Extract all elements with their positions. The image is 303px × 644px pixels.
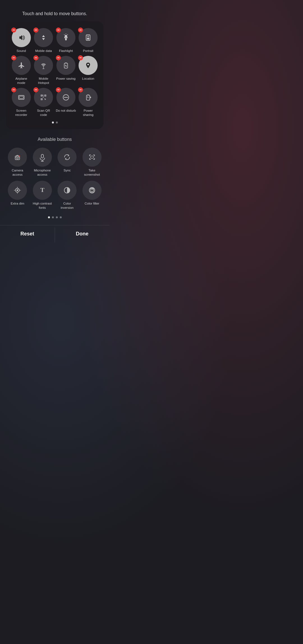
btn-portrait[interactable]: Portrait xyxy=(78,28,99,53)
svg-point-2 xyxy=(65,37,66,38)
svg-rect-18 xyxy=(42,99,42,99)
scanqr-icon xyxy=(39,93,48,102)
avail-camera-label: Camera access xyxy=(7,168,27,177)
avail-colorfilter[interactable]: Color filter xyxy=(81,181,104,210)
mobiledata-icon xyxy=(39,33,48,42)
svg-rect-16 xyxy=(42,95,42,96)
remove-badge-portrait[interactable] xyxy=(78,27,83,33)
btn-airplane[interactable]: Airplane mode xyxy=(11,56,32,85)
avail-dot-3 xyxy=(56,216,58,218)
btn-airplane-label: Airplane mode xyxy=(11,77,31,85)
svg-point-28 xyxy=(17,157,18,158)
remove-badge-scanqr[interactable] xyxy=(33,87,38,92)
svg-line-4 xyxy=(67,35,68,35)
available-section-title: Available buttons xyxy=(38,137,72,142)
avail-highcontrast[interactable]: T High contrast fonts xyxy=(31,181,54,210)
svg-text:T: T xyxy=(40,186,44,193)
remove-badge-sound[interactable] xyxy=(11,27,16,33)
btn-screenrecorder-label: Screen recorder xyxy=(11,109,31,117)
btn-donotdisturb[interactable]: Do not disturb xyxy=(56,88,76,117)
btn-screenrecorder[interactable]: Screen recorder xyxy=(11,88,32,117)
avail-screenshot-label: Take screenshot xyxy=(82,168,102,177)
svg-point-9 xyxy=(43,66,44,67)
btn-location-label: Location xyxy=(82,77,94,81)
btn-powersharing[interactable]: Power sharing xyxy=(78,88,99,117)
colorinversion-icon xyxy=(62,185,72,195)
screenshot-icon xyxy=(87,152,97,162)
avail-camera-access[interactable]: Camera access xyxy=(6,148,29,177)
avail-sync[interactable]: Sync xyxy=(56,148,79,177)
remove-badge-flashlight[interactable] xyxy=(56,27,61,33)
avail-colorinversion-label: Color inversion xyxy=(57,201,77,210)
mic-access-icon xyxy=(38,152,47,162)
extradim-icon xyxy=(13,185,22,195)
sound-icon xyxy=(17,33,26,42)
btn-portrait-label: Portrait xyxy=(83,49,93,53)
btn-powersaving[interactable]: Power saving xyxy=(56,56,76,85)
done-button[interactable]: Done xyxy=(55,225,110,245)
remove-badge-location[interactable] xyxy=(78,55,83,60)
remove-badge-mobiledata[interactable] xyxy=(33,27,38,33)
active-panel: Sound Mobile data xyxy=(6,21,104,129)
btn-powersharing-label: Power sharing xyxy=(78,109,98,117)
avail-mic-label: Microphone access xyxy=(32,168,52,177)
svg-point-29 xyxy=(19,155,20,157)
avail-colorinversion[interactable]: Color inversion xyxy=(56,181,79,210)
svg-rect-7 xyxy=(87,38,89,40)
btn-mobile-data[interactable]: Mobile data xyxy=(33,28,54,53)
camera-access-icon xyxy=(13,152,22,162)
remove-badge-dnd[interactable] xyxy=(56,87,61,92)
instruction-text: Touch and hold to move buttons. xyxy=(17,11,93,16)
svg-rect-33 xyxy=(91,156,93,158)
highcontrast-icon: T xyxy=(38,185,47,195)
svg-point-12 xyxy=(88,64,89,65)
btn-hotspot-label: Mobile Hotspot xyxy=(33,77,54,85)
powersaving-icon xyxy=(61,61,71,70)
avail-highcontrast-label: High contrast fonts xyxy=(32,201,52,210)
hotspot-icon xyxy=(39,61,48,70)
active-grid: Sound Mobile data xyxy=(11,28,98,117)
bottom-bar: Reset Done xyxy=(0,225,109,245)
svg-rect-26 xyxy=(87,95,89,95)
avail-mic-access[interactable]: Microphone access xyxy=(31,148,54,177)
dot-2 xyxy=(56,122,58,123)
btn-mobiledata-label: Mobile data xyxy=(35,49,52,53)
available-grid: Camera access Microphone access Sync xyxy=(6,148,104,210)
screenrecorder-icon xyxy=(17,93,26,102)
remove-badge-hotspot[interactable] xyxy=(33,55,38,60)
avail-extradim-label: Extra dim xyxy=(11,201,24,206)
btn-sound[interactable]: Sound xyxy=(11,28,32,53)
location-icon xyxy=(83,61,93,70)
btn-scanqr[interactable]: Scan QR code xyxy=(33,88,54,117)
avail-dot-1 xyxy=(48,216,50,218)
donotdisturb-icon xyxy=(61,93,71,102)
panel-dots xyxy=(11,122,98,123)
btn-powersaving-label: Power saving xyxy=(56,77,75,81)
remove-badge-airplane[interactable] xyxy=(11,55,16,60)
svg-point-8 xyxy=(88,36,89,38)
available-dots xyxy=(48,216,62,218)
avail-screenshot[interactable]: Take screenshot xyxy=(81,148,104,177)
btn-sound-label: Sound xyxy=(17,49,26,53)
btn-dnd-label: Do not disturb xyxy=(56,109,76,113)
remove-badge-screenrecorder[interactable] xyxy=(11,87,16,92)
svg-rect-14 xyxy=(19,96,23,98)
avail-extradim[interactable]: Extra dim xyxy=(6,181,29,210)
svg-rect-17 xyxy=(45,95,46,96)
btn-flashlight[interactable]: Flashlight xyxy=(56,28,76,53)
flashlight-icon xyxy=(61,33,71,42)
reset-button[interactable]: Reset xyxy=(0,225,55,245)
avail-sync-label: Sync xyxy=(63,168,71,173)
colorfilter-icon xyxy=(87,185,97,195)
svg-line-5 xyxy=(64,35,65,35)
svg-rect-0 xyxy=(65,35,67,36)
avail-colorfilter-label: Color filter xyxy=(85,201,99,206)
powersharing-icon xyxy=(83,93,93,102)
airplane-icon xyxy=(17,61,26,70)
avail-dot-2 xyxy=(52,216,54,218)
btn-flashlight-label: Flashlight xyxy=(59,49,73,53)
btn-location[interactable]: Location xyxy=(78,56,99,85)
remove-badge-powersaving[interactable] xyxy=(56,55,61,60)
btn-hotspot[interactable]: Mobile Hotspot xyxy=(33,56,54,85)
remove-badge-powersharing[interactable] xyxy=(78,87,83,92)
